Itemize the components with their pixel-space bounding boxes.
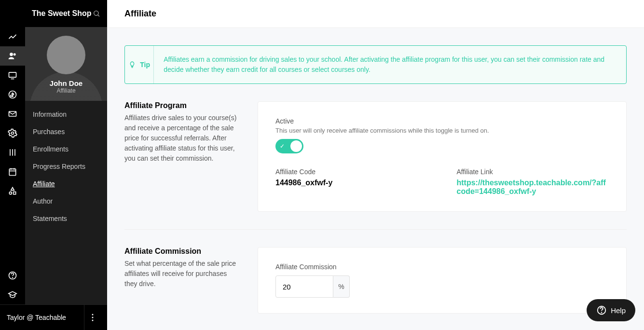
footer-user: Taylor @ Teachable [7, 314, 66, 321]
dashboard-icon[interactable] [0, 27, 25, 46]
section2-desc: Set what percentage of the sale price af… [124, 259, 240, 289]
svg-point-23 [92, 320, 93, 321]
svg-line-20 [98, 15, 99, 16]
percent-suffix: % [333, 275, 350, 298]
svg-point-21 [92, 314, 93, 316]
svg-marker-14 [11, 188, 14, 191]
emails-icon[interactable] [0, 104, 25, 124]
help-button[interactable]: Help [587, 299, 635, 321]
footer-bar: Taylor @ Teachable [0, 304, 107, 330]
side-nav: Information Purchases Enrollments Progre… [25, 101, 107, 227]
user-name: John Doe [25, 79, 107, 87]
tip-label-area: Tip [125, 46, 154, 83]
svg-point-22 [92, 317, 93, 318]
search-icon[interactable] [93, 10, 100, 17]
code-label: Affiliate Code [275, 168, 428, 176]
sidebar-item-enrollments[interactable]: Enrollments [25, 140, 107, 158]
svg-point-1 [14, 53, 16, 55]
site-icon[interactable] [0, 66, 25, 85]
sidebar-item-statements[interactable]: Statements [25, 210, 107, 227]
svg-point-25 [602, 312, 602, 313]
graduate-icon[interactable] [0, 285, 25, 304]
user-role: Affiliate [25, 87, 107, 94]
sales-icon[interactable] [0, 85, 25, 104]
svg-point-18 [13, 277, 13, 278]
affiliate-program-section: Affiliate Program Affiliates drive sales… [124, 101, 627, 212]
calendar-icon[interactable] [0, 162, 25, 181]
brand-name: The Sweet Shop [32, 9, 92, 18]
help-label: Help [611, 306, 626, 315]
divider [124, 229, 627, 230]
icon-rail [0, 0, 25, 330]
tip-text: Affiliates earn a commission for driving… [154, 46, 626, 83]
bulb-icon [128, 61, 136, 69]
section1-desc: Affiliates drive sales to your course(s)… [124, 113, 240, 164]
active-label: Active [275, 117, 609, 125]
sidebar-item-purchases[interactable]: Purchases [25, 123, 107, 140]
avatar [47, 36, 85, 74]
page-title: Affiliate [124, 9, 627, 19]
affiliate-link[interactable]: https://thesweetshop.teachable.com/?affc… [457, 179, 609, 196]
tip-box: Tip Affiliates earn a commission for dri… [124, 45, 627, 84]
sidebar-item-author[interactable]: Author [25, 192, 107, 210]
main: Affiliate Tip Affiliates earn a commissi… [107, 0, 644, 330]
help-question-icon [596, 305, 607, 316]
sidebar-item-affiliate[interactable]: Affiliate [25, 175, 107, 192]
shapes-icon[interactable] [0, 181, 25, 201]
code-value: 144986_oxfwf-y [275, 179, 428, 187]
settings-icon[interactable] [0, 124, 25, 143]
users-icon[interactable] [0, 46, 25, 66]
active-sub: This user will only receive affiliate co… [275, 127, 609, 134]
svg-rect-10 [9, 169, 15, 175]
toggle-knob [290, 140, 302, 152]
help-icon[interactable] [0, 266, 25, 285]
commission-input[interactable] [275, 275, 333, 298]
svg-point-0 [10, 53, 13, 56]
link-label: Affiliate Link [457, 168, 609, 176]
more-icon[interactable] [84, 305, 100, 330]
sidebar-header: The Sweet Shop [25, 0, 107, 27]
svg-point-15 [9, 192, 12, 194]
svg-point-6 [12, 132, 14, 135]
affiliate-card: Active This user will only receive affil… [258, 101, 627, 212]
svg-rect-2 [9, 72, 16, 77]
check-icon: ✓ [280, 143, 285, 150]
section1-title: Affiliate Program [124, 101, 240, 110]
page-header: Affiliate [107, 0, 644, 28]
sidebar-item-progress[interactable]: Progress Reports [25, 158, 107, 175]
active-toggle[interactable]: ✓ [275, 139, 303, 153]
user-card: John Doe Affiliate [25, 27, 107, 101]
section2-title: Affiliate Commission [124, 247, 240, 256]
commission-card: Affiliate Commission % [258, 247, 627, 314]
tip-label: Tip [140, 61, 150, 69]
sidebar-item-information[interactable]: Information [25, 106, 107, 123]
svg-point-19 [94, 11, 98, 15]
commission-label: Affiliate Commission [275, 263, 609, 271]
sidebar: The Sweet Shop John Doe Affiliate Inform… [25, 0, 107, 330]
svg-rect-16 [14, 192, 16, 194]
library-icon[interactable] [0, 143, 25, 162]
commission-section: Affiliate Commission Set what percentage… [124, 247, 627, 314]
